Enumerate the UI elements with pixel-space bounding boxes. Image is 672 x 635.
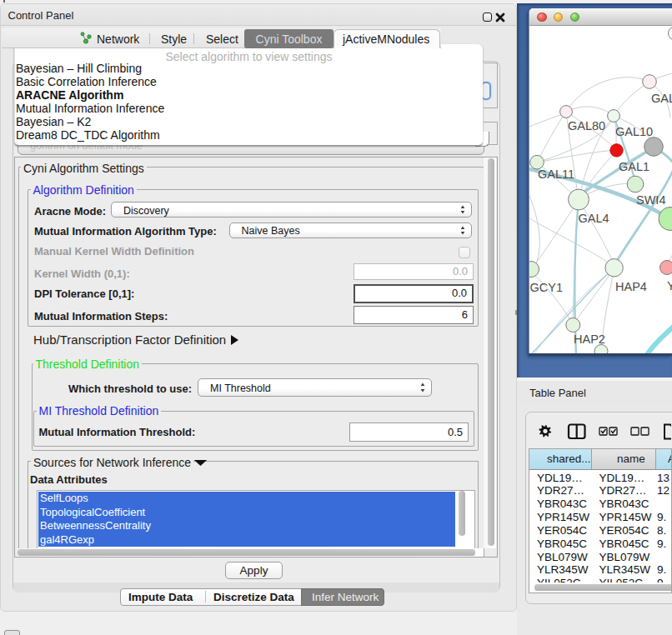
svg-text:SWI4: SWI4 xyxy=(636,193,665,207)
svg-text:GAL11: GAL11 xyxy=(538,168,574,181)
svg-text:GAL10: GAL10 xyxy=(615,125,653,138)
svg-text:GAL80: GAL80 xyxy=(568,119,605,132)
svg-text:GCY1: GCY1 xyxy=(530,281,564,294)
svg-text:Y: Y xyxy=(667,279,672,292)
svg-text:GAL4: GAL4 xyxy=(579,212,609,225)
svg-text:HAP4: HAP4 xyxy=(615,280,647,293)
svg-text:GAL7: GAL7 xyxy=(651,92,672,105)
svg-text:GAL1: GAL1 xyxy=(619,160,649,173)
svg-text:HAP2: HAP2 xyxy=(574,332,605,346)
